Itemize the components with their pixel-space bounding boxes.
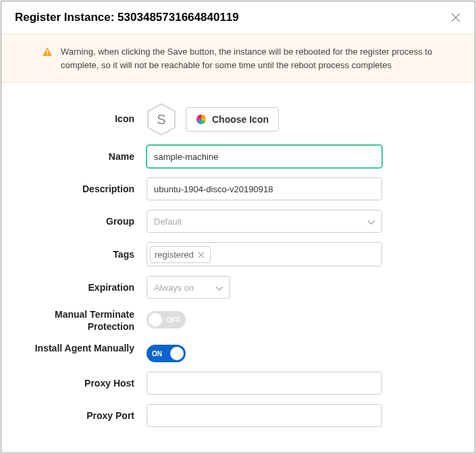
- tag-remove-icon[interactable]: [198, 250, 206, 258]
- row-manual-terminate: Manual Terminate Protection OFF: [15, 308, 461, 333]
- svg-rect-3: [47, 54, 48, 55]
- choose-icon-button[interactable]: Choose Icon: [186, 107, 279, 132]
- manual-terminate-toggle[interactable]: OFF: [147, 311, 186, 329]
- description-input[interactable]: [147, 177, 382, 200]
- row-description: Description: [15, 177, 461, 200]
- warning-bar: Warning, when clicking the Save button, …: [1, 34, 475, 83]
- toggle-off-label: OFF: [167, 316, 180, 324]
- tag-item: registered: [150, 246, 211, 263]
- chevron-down-icon: [368, 217, 375, 227]
- close-icon[interactable]: [450, 12, 461, 23]
- row-group: Group Default: [15, 210, 461, 233]
- label-install-agent: Install Agent Manually: [15, 342, 147, 354]
- tag-label: registered: [155, 250, 194, 260]
- row-tags: Tags registered: [15, 242, 461, 266]
- label-icon: Icon: [15, 103, 147, 125]
- expiration-select[interactable]: Always on: [147, 276, 230, 299]
- svg-rect-2: [47, 50, 48, 53]
- svg-marker-4: [148, 104, 175, 135]
- label-proxy-port: Proxy Port: [15, 409, 147, 422]
- label-description: Description: [15, 183, 147, 195]
- group-select[interactable]: Default: [147, 210, 382, 233]
- proxy-host-input[interactable]: [147, 372, 382, 395]
- icon-hexagon: S: [147, 103, 176, 136]
- form-body: Icon S: [1, 83, 475, 450]
- row-install-agent: Install Agent Manually ON: [15, 342, 461, 362]
- warning-icon: [42, 47, 53, 57]
- row-proxy-host: Proxy Host: [15, 372, 461, 395]
- toggle-knob: [170, 347, 184, 360]
- modal-footer: Register: [1, 450, 475, 454]
- label-name: Name: [15, 150, 147, 163]
- proxy-port-input[interactable]: [147, 404, 382, 427]
- row-proxy-port: Proxy Port: [15, 404, 461, 427]
- warning-text: Warning, when clicking the Save button, …: [61, 45, 434, 72]
- modal-title: Register Instance: 5303485731664840119: [15, 11, 239, 24]
- tags-input[interactable]: registered: [147, 242, 382, 266]
- name-input[interactable]: [147, 145, 382, 168]
- label-expiration: Expiration: [15, 281, 147, 293]
- label-group: Group: [15, 215, 147, 227]
- toggle-on-label: ON: [152, 350, 162, 358]
- label-proxy-host: Proxy Host: [15, 377, 147, 389]
- install-agent-toggle[interactable]: ON: [147, 345, 186, 362]
- expiration-selected: Always on: [154, 283, 194, 293]
- row-name: Name: [15, 145, 461, 168]
- color-wheel-icon: [196, 114, 207, 125]
- chevron-down-icon: [216, 283, 223, 293]
- choose-icon-label: Choose Icon: [212, 114, 269, 125]
- register-instance-modal: Register Instance: 5303485731664840119 W…: [1, 1, 475, 453]
- group-selected: Default: [154, 217, 182, 227]
- label-tags: Tags: [15, 248, 147, 260]
- toggle-knob: [149, 313, 162, 327]
- label-manual-terminate: Manual Terminate Protection: [15, 308, 147, 333]
- modal-header: Register Instance: 5303485731664840119: [1, 1, 475, 34]
- row-expiration: Expiration Always on: [15, 276, 461, 299]
- row-icon: Icon S: [15, 103, 461, 136]
